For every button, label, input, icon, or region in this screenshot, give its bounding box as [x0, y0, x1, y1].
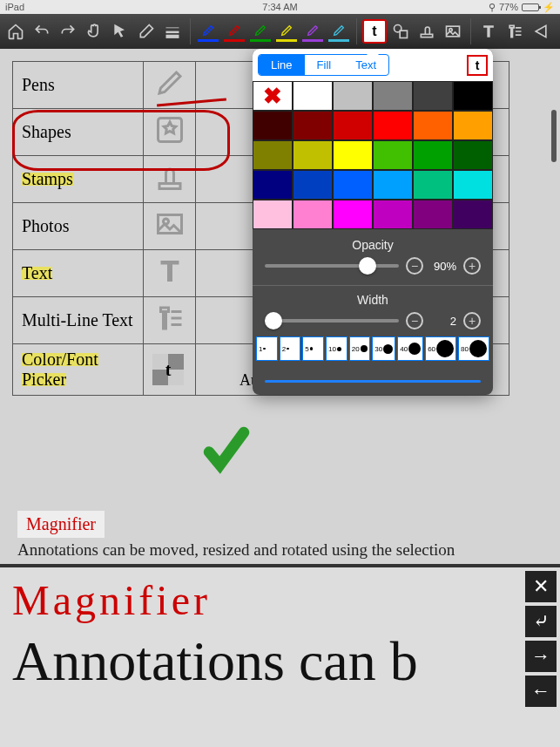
width-preset-2[interactable]: 2	[280, 336, 301, 361]
color-swatch[interactable]	[413, 140, 453, 170]
text-button[interactable]	[476, 19, 501, 44]
magnifier-handwriting: Magnifier	[17, 511, 105, 538]
color-swatch[interactable]	[293, 111, 333, 140]
color-swatch[interactable]	[373, 140, 413, 170]
color-font-picker-button[interactable]: t	[362, 19, 387, 44]
checkmark-annotation	[200, 424, 253, 476]
select-button[interactable]	[108, 19, 132, 44]
width-preset-80[interactable]: 80	[458, 336, 489, 361]
tab-line[interactable]: Line	[259, 55, 305, 75]
magnifier-pane: Magnifier Annotations can b ✕ ⤶ → ←	[0, 564, 560, 747]
color-swatch[interactable]	[413, 200, 453, 229]
line-preview	[265, 380, 481, 383]
photo-button[interactable]	[441, 19, 465, 44]
pen-3-button[interactable]	[248, 19, 273, 44]
color-swatch[interactable]	[333, 111, 373, 140]
stamp-button[interactable]	[415, 19, 439, 44]
magnifier-hand-large: Magnifier	[12, 576, 418, 624]
width-preset-10[interactable]: 10	[326, 336, 347, 361]
pen-4-button[interactable]	[274, 19, 299, 44]
color-swatch[interactable]	[253, 170, 293, 200]
no-color-swatch[interactable]: ✖	[253, 81, 293, 111]
width-preset-20[interactable]: 20	[349, 336, 371, 361]
battery-icon	[522, 3, 539, 11]
color-swatch[interactable]	[333, 81, 373, 111]
color-swatch[interactable]	[453, 111, 493, 140]
width-label: Width	[265, 293, 481, 307]
color-swatch[interactable]	[293, 170, 333, 200]
undo-button[interactable]	[30, 19, 54, 44]
color-swatch[interactable]	[253, 200, 293, 229]
opacity-minus-button[interactable]: −	[406, 257, 423, 275]
scrollbar-thumb[interactable]	[551, 110, 557, 162]
pen-5-button[interactable]	[300, 19, 325, 44]
color-swatch[interactable]	[373, 81, 413, 111]
color-swatch[interactable]	[373, 200, 413, 229]
color-swatch[interactable]	[253, 111, 293, 140]
share-button[interactable]	[529, 19, 553, 44]
color-swatch[interactable]	[373, 111, 413, 140]
width-minus-button[interactable]: −	[406, 312, 423, 329]
line-weight-button[interactable]	[160, 19, 185, 44]
color-picker-popover: Line Fill Text t ✖ Opacity − 90% + Width…	[253, 49, 493, 395]
width-preset-1[interactable]: 1	[256, 336, 278, 361]
svg-rect-4	[400, 31, 407, 37]
width-slider[interactable]	[265, 319, 399, 323]
pan-button[interactable]	[82, 19, 106, 44]
color-palette: ✖	[253, 81, 493, 229]
carrier-label: iPad	[5, 2, 24, 12]
multiline-text-button[interactable]	[503, 19, 527, 44]
row-icon	[144, 250, 196, 297]
color-swatch[interactable]	[333, 170, 373, 200]
pen-6-button[interactable]	[327, 19, 351, 44]
status-bar: iPad 7:34 AM ⚲ 77% ⚡	[0, 0, 560, 14]
tab-text[interactable]: Text	[343, 55, 388, 75]
current-tool-indicator: t	[467, 55, 488, 76]
color-swatch[interactable]	[333, 140, 373, 170]
charging-icon: ⚡	[543, 2, 555, 13]
opacity-plus-button[interactable]: +	[463, 257, 481, 275]
width-preset-5[interactable]: 5	[302, 336, 324, 361]
color-swatch[interactable]	[293, 81, 333, 111]
shapes-button[interactable]	[388, 19, 413, 44]
magnifier-body-large: Annotations can b	[12, 629, 418, 694]
pen-1-button[interactable]	[196, 19, 220, 44]
color-swatch[interactable]	[453, 81, 493, 111]
color-swatch[interactable]	[413, 170, 453, 200]
svg-rect-5	[421, 34, 432, 37]
color-swatch[interactable]	[413, 81, 453, 111]
color-swatch[interactable]	[453, 140, 493, 170]
magnifier-next-line-button[interactable]: ⤶	[525, 606, 557, 637]
color-swatch[interactable]	[293, 200, 333, 229]
row-icon	[144, 203, 196, 250]
style-segmented-control: Line Fill Text	[258, 54, 389, 76]
tab-fill[interactable]: Fill	[305, 55, 344, 75]
width-presets: 125102030406080	[253, 336, 493, 368]
home-button[interactable]	[3, 19, 28, 44]
color-swatch[interactable]	[333, 200, 373, 229]
pen-2-button[interactable]	[222, 19, 246, 44]
magnifier-close-button[interactable]: ✕	[525, 571, 557, 602]
color-swatch[interactable]	[293, 140, 333, 170]
magnifier-back-button[interactable]: ←	[525, 676, 557, 707]
width-plus-button[interactable]: +	[463, 312, 481, 329]
clock: 7:34 AM	[262, 2, 297, 12]
width-value: 2	[430, 315, 456, 328]
row-icon	[144, 109, 196, 156]
redo-button[interactable]	[56, 19, 80, 44]
width-preset-60[interactable]: 60	[425, 336, 456, 361]
width-preset-40[interactable]: 40	[397, 336, 423, 361]
color-swatch[interactable]	[413, 111, 453, 140]
eraser-button[interactable]	[134, 19, 159, 44]
row-label: Color/Font Picker	[22, 350, 98, 389]
color-swatch[interactable]	[253, 140, 293, 170]
color-swatch[interactable]	[373, 170, 413, 200]
color-swatch[interactable]	[453, 200, 493, 229]
row-icon	[144, 297, 196, 344]
opacity-slider[interactable]	[265, 264, 399, 268]
row-icon: t	[144, 344, 196, 396]
bluetooth-icon: ⚲	[489, 2, 496, 13]
width-preset-30[interactable]: 30	[372, 336, 395, 361]
color-swatch[interactable]	[453, 170, 493, 200]
magnifier-forward-button[interactable]: →	[525, 641, 557, 672]
